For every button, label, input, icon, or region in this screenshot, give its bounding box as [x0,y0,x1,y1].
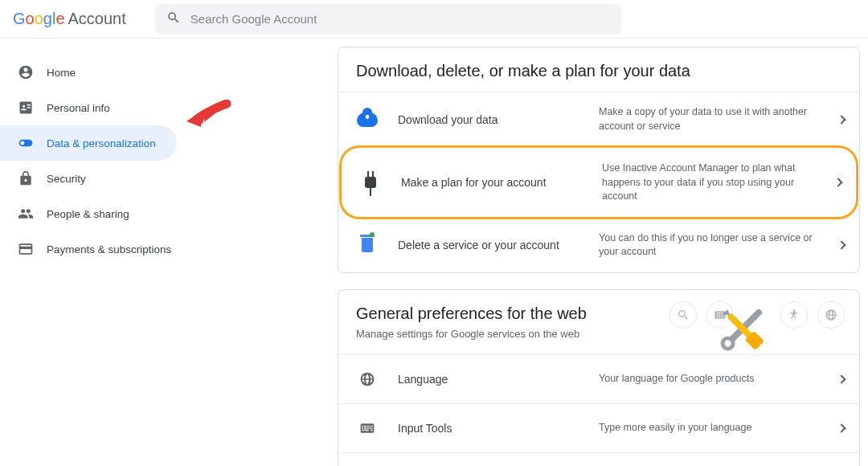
row-delete-service[interactable]: Delete a service or your account You can… [338,219,859,272]
keyboard-circle-icon [706,301,734,329]
sidebar-item-people-sharing[interactable]: People & sharing [0,196,177,231]
row-label: Make a plan for your account [401,176,602,189]
row-language[interactable]: Language Your language for Google produc… [338,354,859,403]
toggle-icon [18,135,34,151]
red-arrow-annotation-icon [186,100,231,133]
keyboard-icon [356,417,379,439]
main-content: Download, delete, or make a plan for you… [209,39,868,466]
sidebar-item-home[interactable]: Home [0,55,177,90]
row-desc: You can do this if you no longer use a s… [599,231,841,260]
row-input-tools[interactable]: Input Tools Type more easily in your lan… [338,403,859,452]
row-label: Delete a service or your account [398,239,599,251]
sidebar-item-label: Home [47,67,76,79]
globe-circle-icon [817,301,845,329]
lock-icon [18,170,34,186]
sidebar-item-personal-info[interactable]: Personal info [0,90,177,125]
row-label: Language [398,373,599,386]
credit-card-icon [18,241,34,257]
sidebar-item-label: Payments & subscriptions [47,243,171,255]
row-desc: Make a copy of your data to use it with … [599,105,841,133]
sidebar-item-security[interactable]: Security [0,161,177,196]
sidebar-item-label: Personal info [47,102,110,114]
sidebar-item-label: People & sharing [47,208,129,220]
pref-icon-row [669,301,845,329]
id-card-icon [18,100,34,116]
row-download-data[interactable]: Download your data Make a copy of your d… [338,92,859,146]
svg-marker-1 [186,111,203,127]
accessibility-circle-icon [780,301,808,329]
row-make-plan[interactable]: Make a plan for your account Use Inactiv… [342,148,856,217]
row-desc: Type more easily in your language [599,421,841,435]
pref-header: General preferences for the web Manage s… [338,305,859,354]
app-header: Google Account [0,0,868,39]
sidebar-item-data-personalization[interactable]: Data & personalization [0,125,177,161]
sidebar-item-label: Data & personalization [47,137,156,149]
plug-icon [359,171,382,194]
trash-icon [356,234,379,256]
cloud-download-icon [356,108,379,131]
sidebar-nav: Home Personal info Data & personalizatio… [0,39,209,466]
sidebar-item-label: Security [47,173,86,185]
sidebar-item-payments[interactable]: Payments & subscriptions [0,231,177,267]
globe-icon [356,368,379,390]
card-title: Download, delete, or make a plan for you… [338,62,859,92]
row-label: Download your data [398,113,599,126]
row-label: Input Tools [398,422,599,435]
search-input[interactable] [190,12,610,26]
google-account-logo[interactable]: Google Account [13,10,126,28]
search-bar[interactable] [155,4,621,35]
person-circle-icon [18,64,34,80]
row-desc: Your language for Google products [599,372,841,386]
row-desc: Use Inactive Account Manager to plan wha… [602,161,838,204]
svg-point-8 [793,309,796,312]
data-management-card: Download, delete, or make a plan for you… [338,47,860,273]
people-icon [18,206,34,222]
row-accessibility[interactable]: Accessibility Screen reader OFF High-con… [338,452,859,467]
account-label: Account [68,10,126,28]
general-preferences-card: General preferences for the web Manage s… [338,289,860,467]
search-icon [166,10,181,27]
magnifier-circle-icon [669,301,697,329]
